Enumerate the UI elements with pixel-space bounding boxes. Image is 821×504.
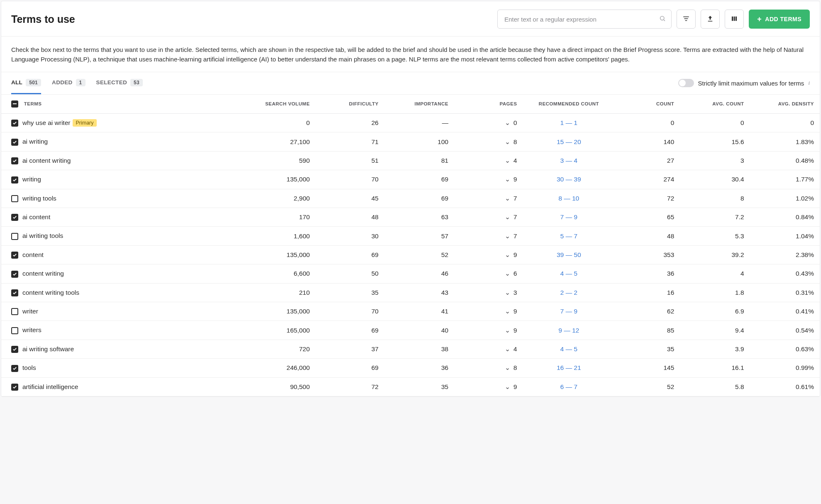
cell-pages: 9 (513, 176, 517, 183)
tab-added[interactable]: ADDED 1 (52, 72, 86, 94)
cell-recommended[interactable]: 8 — 10 (558, 195, 579, 202)
cell-avg-density: 1.02% (750, 189, 820, 208)
cell-recommended[interactable]: 5 — 7 (560, 232, 577, 240)
cell-avg-count: 30.4 (680, 170, 750, 189)
cell-avg-count: 1.8 (680, 283, 750, 302)
col-difficulty[interactable]: DIFFICULTY (315, 95, 384, 114)
expand-pages-icon[interactable]: ⌄ (504, 232, 510, 240)
row-checkbox[interactable] (11, 139, 18, 146)
row-checkbox[interactable] (11, 195, 18, 202)
cell-recommended[interactable]: 9 — 12 (558, 327, 579, 334)
cell-recommended[interactable]: 1 — 1 (560, 119, 577, 126)
row-checkbox[interactable] (11, 289, 18, 296)
row-checkbox[interactable] (11, 233, 18, 240)
col-search-volume[interactable]: SEARCH VOLUME (240, 95, 315, 114)
tab-selected[interactable]: SELECTED 53 (96, 72, 143, 94)
cell-avg-count: 15.6 (680, 132, 750, 151)
expand-pages-icon[interactable]: ⌄ (504, 176, 510, 183)
cell-importance: 81 (384, 151, 454, 170)
cell-difficulty: 26 (315, 113, 384, 132)
tab-all[interactable]: ALL 501 (11, 72, 41, 94)
info-icon[interactable]: i (808, 80, 810, 86)
cell-count: 52 (615, 377, 680, 396)
row-checkbox[interactable] (11, 271, 18, 278)
expand-pages-icon[interactable]: ⌄ (504, 289, 510, 296)
tab-all-count: 501 (26, 79, 41, 86)
row-checkbox[interactable] (11, 346, 18, 353)
cell-importance: 100 (384, 132, 454, 151)
cell-difficulty: 72 (315, 377, 384, 396)
cell-search-volume: 2,900 (240, 189, 315, 208)
cell-recommended[interactable]: 3 — 4 (560, 157, 577, 164)
expand-pages-icon[interactable]: ⌄ (504, 364, 510, 372)
row-checkbox[interactable] (11, 157, 18, 164)
col-avg-density[interactable]: AVG. DENSITY (750, 95, 820, 114)
cell-search-volume: 6,600 (240, 264, 315, 283)
expand-pages-icon[interactable]: ⌄ (504, 157, 510, 164)
expand-pages-icon[interactable]: ⌄ (504, 327, 510, 334)
row-checkbox[interactable] (11, 176, 18, 183)
cell-avg-count: 7.2 (680, 208, 750, 227)
cell-difficulty: 69 (315, 321, 384, 340)
cell-recommended[interactable]: 6 — 7 (560, 383, 577, 390)
cell-pages: 8 (513, 138, 517, 145)
cell-avg-count: 0 (680, 113, 750, 132)
expand-pages-icon[interactable]: ⌄ (504, 251, 510, 259)
cell-pages: 4 (513, 157, 517, 164)
cell-recommended[interactable]: 7 — 9 (560, 308, 577, 315)
row-checkbox[interactable] (11, 384, 18, 391)
col-avg-count[interactable]: AVG. COUNT (680, 95, 750, 114)
strict-limit-toggle[interactable] (678, 79, 694, 87)
expand-pages-icon[interactable]: ⌄ (504, 270, 510, 277)
expand-pages-icon[interactable]: ⌄ (504, 119, 510, 127)
expand-pages-icon[interactable]: ⌄ (504, 345, 510, 353)
col-pages[interactable]: PAGES (454, 95, 523, 114)
row-checkbox[interactable] (11, 214, 18, 221)
table-row: ai writing27,10071100⌄815 — 2014015.61.8… (1, 132, 820, 151)
expand-pages-icon[interactable]: ⌄ (504, 195, 510, 202)
cell-recommended[interactable]: 15 — 20 (557, 138, 581, 145)
expand-pages-icon[interactable]: ⌄ (504, 213, 510, 221)
cell-recommended[interactable]: 2 — 2 (560, 289, 577, 296)
cell-recommended[interactable]: 39 — 50 (557, 251, 581, 258)
cell-recommended[interactable]: 30 — 39 (557, 176, 581, 183)
cell-avg-count: 9.4 (680, 321, 750, 340)
filter-button[interactable] (677, 10, 696, 29)
col-importance[interactable]: IMPORTANCE (384, 95, 454, 114)
upload-button[interactable] (701, 10, 720, 29)
cell-recommended[interactable]: 4 — 5 (560, 345, 577, 352)
columns-button[interactable] (725, 10, 744, 29)
table-row: content writing tools2103543⌄32 — 2161.8… (1, 283, 820, 302)
row-checkbox[interactable] (11, 120, 18, 127)
cell-importance: 69 (384, 170, 454, 189)
col-terms[interactable]: TERMS (24, 101, 42, 106)
cell-search-volume: 165,000 (240, 321, 315, 340)
cell-pages: 4 (513, 345, 517, 352)
row-checkbox[interactable] (11, 365, 18, 372)
cell-importance: 38 (384, 340, 454, 358)
table-row: writer135,0007041⌄97 — 9626.90.41% (1, 302, 820, 321)
cell-importance: 43 (384, 283, 454, 302)
search-input[interactable] (497, 10, 672, 29)
col-recommended-count[interactable]: RECOMMENDED COUNT (523, 95, 615, 114)
cell-avg-density: 0.99% (750, 359, 820, 377)
row-checkbox[interactable] (11, 308, 18, 315)
cell-recommended[interactable]: 4 — 5 (560, 270, 577, 277)
cell-avg-density: 1.77% (750, 170, 820, 189)
row-checkbox[interactable] (11, 327, 18, 334)
expand-pages-icon[interactable]: ⌄ (504, 383, 510, 391)
select-all-checkbox[interactable] (11, 100, 18, 108)
cell-recommended[interactable]: 16 — 21 (557, 364, 581, 371)
cell-importance: 52 (384, 245, 454, 264)
col-count[interactable]: COUNT (615, 95, 680, 114)
expand-pages-icon[interactable]: ⌄ (504, 308, 510, 315)
add-terms-button[interactable]: + ADD TERMS (749, 10, 810, 29)
tab-added-label: ADDED (52, 79, 73, 86)
cell-recommended[interactable]: 7 — 9 (560, 213, 577, 220)
cell-avg-density: 0.84% (750, 208, 820, 227)
row-checkbox[interactable] (11, 252, 18, 259)
cell-importance: 35 (384, 377, 454, 396)
term-name: ai writing (22, 138, 48, 145)
cell-avg-density: 0.54% (750, 321, 820, 340)
expand-pages-icon[interactable]: ⌄ (504, 138, 510, 146)
